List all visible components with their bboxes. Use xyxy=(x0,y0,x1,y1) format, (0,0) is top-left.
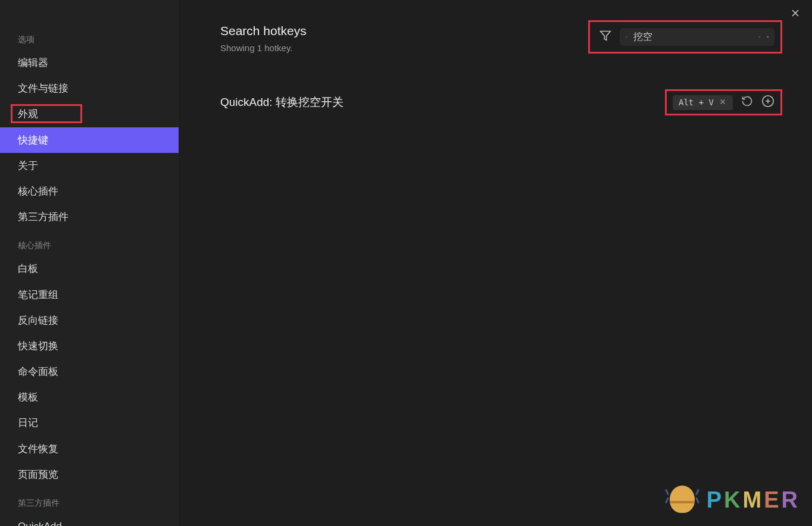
sidebar-item[interactable]: 外观 xyxy=(0,101,179,127)
hotkey-binding-text: Alt + V xyxy=(679,98,714,107)
svg-line-4 xyxy=(627,37,627,38)
remove-hotkey-icon[interactable] xyxy=(719,98,727,108)
svg-marker-2 xyxy=(601,32,611,40)
hotkey-count: Showing 1 hotkey. xyxy=(220,43,307,53)
sidebar-item[interactable]: 页面预览 xyxy=(0,462,179,487)
sidebar-item[interactable]: 关于 xyxy=(0,153,179,179)
sidebar-item[interactable]: 文件与链接 xyxy=(0,76,179,101)
settings-main: Search hotkeys Showing 1 hotkey. QuickAd… xyxy=(179,0,812,526)
watermark-logo-icon xyxy=(666,486,698,514)
sidebar-item[interactable]: 第三方插件 xyxy=(0,204,179,230)
page-title: Search hotkeys xyxy=(220,24,307,38)
sidebar-section-header: 核心插件 xyxy=(0,236,179,256)
filter-icon[interactable] xyxy=(599,30,611,44)
sidebar-item[interactable]: 命令面板 xyxy=(0,359,179,384)
sidebar-item[interactable]: 快捷键 xyxy=(0,127,179,153)
watermark: PKMER xyxy=(666,486,800,514)
reset-hotkey-icon[interactable] xyxy=(741,95,753,109)
search-input[interactable] xyxy=(633,32,752,42)
settings-sidebar: 选项编辑器文件与链接外观快捷键关于核心插件第三方插件核心插件白板笔记重组反向链接… xyxy=(0,0,179,526)
sidebar-item[interactable]: QuickAdd xyxy=(0,514,179,526)
sidebar-item[interactable]: 反向链接 xyxy=(0,308,179,333)
sidebar-item[interactable]: 模板 xyxy=(0,384,179,410)
hotkey-badge: Alt + V xyxy=(673,95,733,110)
sidebar-item[interactable]: 白板 xyxy=(0,256,179,281)
search-box xyxy=(620,28,774,46)
hotkey-row: QuickAdd: 转换挖空开关 Alt + V xyxy=(220,89,782,115)
svg-point-3 xyxy=(626,36,627,37)
clear-search-icon[interactable] xyxy=(767,32,769,42)
sidebar-item[interactable]: 核心插件 xyxy=(0,179,179,204)
sidebar-item[interactable]: 编辑器 xyxy=(0,50,179,76)
sidebar-section-header: 第三方插件 xyxy=(0,493,179,514)
sidebar-item[interactable]: 笔记重组 xyxy=(0,282,179,308)
hotkey-controls: Alt + V xyxy=(665,89,782,115)
sidebar-item[interactable]: 文件恢复 xyxy=(0,436,179,462)
search-area xyxy=(588,20,782,54)
keyboard-icon[interactable] xyxy=(758,32,760,42)
sidebar-section-header: 选项 xyxy=(0,30,179,50)
search-icon xyxy=(626,32,627,42)
sidebar-item[interactable]: 快速切换 xyxy=(0,333,179,359)
sidebar-item[interactable]: 日记 xyxy=(0,410,179,436)
close-button[interactable] xyxy=(789,7,801,21)
watermark-text: PKMER xyxy=(707,487,800,513)
add-hotkey-icon[interactable] xyxy=(761,95,774,110)
svg-rect-5 xyxy=(759,36,761,37)
hotkey-command-label: QuickAdd: 转换挖空开关 xyxy=(220,95,343,110)
